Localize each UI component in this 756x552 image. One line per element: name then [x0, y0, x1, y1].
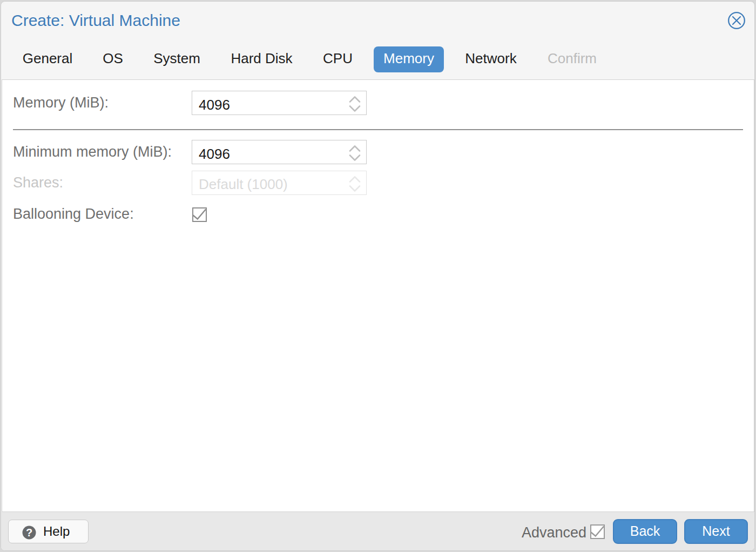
svg-text:?: ?: [26, 527, 32, 538]
